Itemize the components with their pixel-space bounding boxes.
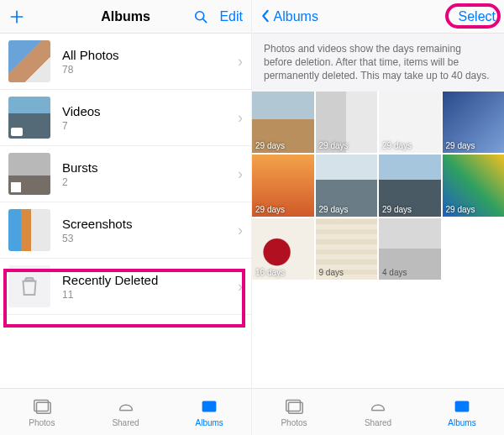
photo-cell[interactable]: 29 days — [252, 155, 314, 217]
album-count: 78 — [62, 64, 233, 76]
days-remaining: 4 days — [382, 268, 407, 277]
photos-tab-icon — [283, 397, 305, 416]
album-name: Recently Deleted — [62, 273, 233, 287]
chevron-right-icon: › — [238, 278, 243, 296]
album-row-videos[interactable]: Videos 7 › — [0, 90, 251, 146]
shared-tab-icon — [367, 397, 389, 416]
photo-cell[interactable]: 29 days — [443, 92, 505, 154]
select-button[interactable]: Select — [459, 9, 496, 24]
chevron-right-icon: › — [238, 165, 243, 183]
days-remaining: 29 days — [255, 141, 285, 150]
tab-photos[interactable]: Photos — [252, 389, 336, 435]
deletion-info-banner: Photos and videos show the days remainin… — [252, 34, 504, 92]
recently-deleted-navbar: Albums Select — [252, 0, 504, 34]
chevron-right-icon: › — [238, 222, 243, 239]
chevron-left-icon — [260, 9, 270, 23]
days-remaining: 9 days — [319, 268, 344, 277]
deleted-photos-grid: 29 days 29 days 29 days 29 days 29 days … — [252, 92, 504, 388]
photo-cell[interactable]: 29 days — [316, 92, 378, 154]
days-remaining: 29 days — [446, 205, 475, 214]
shared-tab-icon — [115, 397, 137, 416]
album-count: 53 — [62, 233, 233, 244]
tab-bar-left: Photos Shared Albums — [0, 388, 251, 435]
days-remaining: 29 days — [446, 141, 475, 150]
album-name: Bursts — [62, 160, 233, 175]
photo-cell[interactable]: 29 days — [316, 155, 378, 217]
add-album-button[interactable] — [8, 8, 25, 25]
days-remaining: 29 days — [382, 205, 412, 214]
album-name: Screenshots — [62, 217, 233, 231]
trash-icon — [17, 274, 42, 299]
album-thumb — [8, 153, 50, 195]
svg-rect-3 — [202, 401, 217, 411]
svg-rect-6 — [455, 401, 470, 411]
plus-icon — [8, 8, 25, 25]
photos-tab-icon — [31, 397, 53, 416]
tab-bar-right: Photos Shared Albums — [252, 388, 504, 435]
photo-cell[interactable]: 29 days — [379, 155, 441, 217]
days-remaining: 29 days — [319, 141, 349, 150]
album-row-bursts[interactable]: Bursts 2 › — [0, 146, 251, 202]
tab-label: Shared — [112, 418, 139, 427]
albums-navbar: Albums Edit — [0, 0, 251, 34]
back-button[interactable]: Albums — [260, 9, 318, 24]
photo-cell[interactable]: 29 days — [252, 92, 314, 154]
photo-cell[interactable]: 29 days — [379, 92, 441, 154]
tab-label: Photos — [281, 418, 307, 427]
photo-cell[interactable]: 16 days — [252, 218, 314, 280]
album-row-all-photos[interactable]: All Photos 78 › — [0, 34, 251, 90]
search-button[interactable] — [192, 8, 209, 25]
albums-tab-icon — [198, 397, 220, 416]
album-thumb — [8, 97, 50, 139]
albums-pane: Albums Edit All Photos 78 › Video — [0, 0, 252, 435]
album-thumb — [8, 209, 50, 251]
days-remaining: 16 days — [255, 268, 285, 277]
album-count: 7 — [62, 120, 233, 132]
chevron-right-icon: › — [238, 109, 243, 127]
recently-deleted-pane: Albums Select Photos and videos show the… — [252, 0, 504, 435]
tab-label: Albums — [196, 418, 223, 427]
album-row-recently-deleted[interactable]: Recently Deleted 11 › — [0, 259, 251, 315]
albums-list: All Photos 78 › Videos 7 › Bursts 2 — [0, 34, 251, 388]
tab-label: Shared — [365, 418, 391, 427]
photo-cell[interactable]: 9 days — [316, 218, 378, 280]
tab-albums[interactable]: Albums — [167, 389, 251, 435]
album-row-screenshots[interactable]: Screenshots 53 › — [0, 202, 251, 259]
photo-cell[interactable]: 4 days — [379, 218, 441, 280]
tab-photos[interactable]: Photos — [0, 389, 84, 435]
album-thumb — [8, 265, 50, 307]
tab-label: Albums — [448, 418, 475, 427]
search-icon — [192, 8, 209, 25]
tab-shared[interactable]: Shared — [84, 389, 168, 435]
days-remaining: 29 days — [255, 205, 285, 214]
edit-button[interactable]: Edit — [219, 9, 243, 24]
album-thumb — [8, 40, 50, 82]
photo-cell[interactable]: 29 days — [443, 155, 505, 217]
days-remaining: 29 days — [382, 141, 412, 150]
album-count: 11 — [62, 289, 233, 301]
album-name: All Photos — [62, 48, 233, 62]
days-remaining: 29 days — [319, 205, 349, 214]
album-count: 2 — [62, 176, 233, 188]
tab-albums[interactable]: Albums — [420, 389, 504, 435]
chevron-right-icon: › — [238, 53, 243, 71]
album-name: Videos — [62, 104, 233, 118]
tab-shared[interactable]: Shared — [336, 389, 420, 435]
tab-label: Photos — [29, 418, 55, 427]
albums-tab-icon — [451, 397, 473, 416]
back-label: Albums — [274, 9, 318, 24]
